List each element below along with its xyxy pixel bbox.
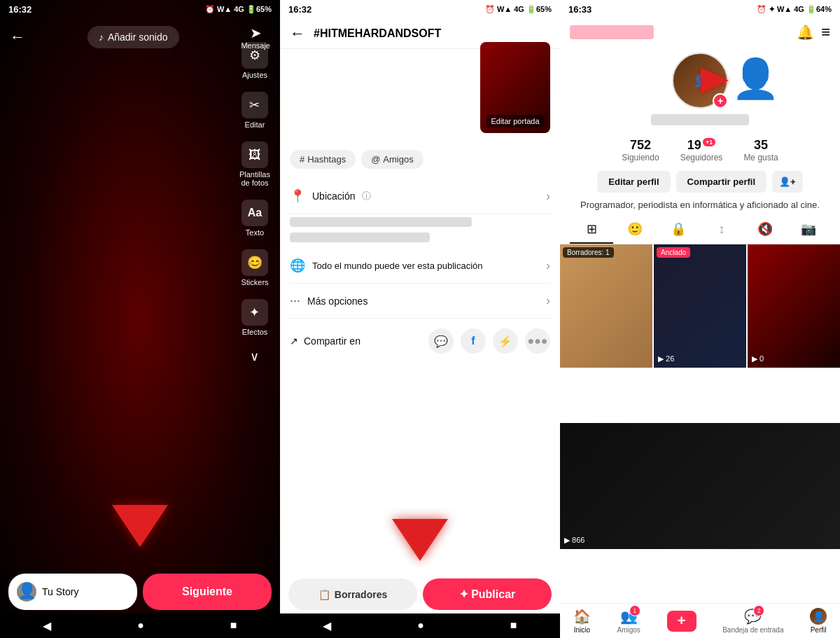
profile-header-icons: 🔔 ≡ bbox=[797, 23, 830, 41]
hashtags-chip[interactable]: # Hashtags bbox=[290, 150, 356, 169]
panel-2: 16:32 ⏰ W▲ 4G 🔋65% ← #HITMEHARDANDSOFT E… bbox=[280, 0, 560, 638]
tool-texto[interactable]: Aa Texto bbox=[241, 200, 268, 237]
add-story-button[interactable]: + bbox=[713, 93, 728, 109]
video-thumb-3[interactable]: ▶ 0 bbox=[748, 244, 840, 368]
perfil-label: Perfil bbox=[811, 626, 827, 634]
nav-create[interactable]: + bbox=[667, 611, 696, 632]
cover-thumbnail[interactable]: Editar portada bbox=[480, 42, 550, 133]
avatar-wrapper: 👤 + 👤 bbox=[672, 53, 728, 109]
status-icons-1: ⏰ W▲ 4G 🔋65% bbox=[205, 5, 272, 14]
profile-avatar-section: 👤 + 👤 bbox=[560, 46, 840, 134]
hashtag-title: #HITMEHARDANDSOFT bbox=[314, 27, 441, 40]
tab-likes[interactable]: 🙂 bbox=[613, 216, 657, 244]
tab-reposts[interactable]: ↕ bbox=[700, 216, 743, 244]
add-sound-button[interactable]: ♪ Añadir sonido bbox=[88, 26, 179, 48]
video-thumb-4[interactable]: ▶ 866 bbox=[560, 423, 840, 549]
mas-opciones-row[interactable]: ··· Más opciones › bbox=[290, 284, 550, 319]
share-profile-button[interactable]: Compartir perfil bbox=[676, 171, 767, 193]
top-bar-1: ← ♪ Añadir sonido ➤ Mensaje bbox=[0, 19, 280, 55]
video-thumb-1[interactable]: Borradores: 1 bbox=[560, 244, 652, 368]
play-count-2: ▶ 26 bbox=[658, 354, 674, 363]
profile-name-blurred bbox=[570, 25, 654, 39]
amigos-chip[interactable]: @ Amigos bbox=[361, 150, 424, 169]
whatsapp-share-button[interactable]: 💬 bbox=[428, 328, 454, 354]
tab-photos[interactable]: 📷 bbox=[787, 216, 830, 244]
tags-row: # Hashtags @ Amigos bbox=[290, 150, 550, 169]
facebook-share-button[interactable]: f bbox=[461, 328, 486, 354]
back-button-2[interactable]: ← bbox=[290, 25, 305, 43]
tab-sounds[interactable]: 🔇 bbox=[743, 216, 787, 244]
borradores-button[interactable]: 📋 Borradores bbox=[288, 578, 417, 610]
ubicacion-label: Ubicación bbox=[312, 190, 355, 202]
more-dots-icon: ··· bbox=[290, 293, 300, 308]
back-button-1[interactable]: ← bbox=[10, 28, 25, 46]
bandeja-badge: 2 bbox=[753, 605, 764, 616]
ubicacion-row[interactable]: 📍 Ubicación ⓘ › bbox=[290, 179, 550, 214]
time-2: 16:32 bbox=[288, 4, 312, 15]
profile-nav-icon: 👤 bbox=[810, 608, 827, 625]
status-icons-2: ⏰ W▲ 4G 🔋65% bbox=[485, 5, 552, 14]
red-arrow-right-icon bbox=[701, 68, 729, 93]
story-button[interactable]: 👤 Tu Story bbox=[8, 574, 137, 610]
edit-profile-label: Editar perfil bbox=[608, 176, 659, 187]
chevron-right-icon-3: › bbox=[546, 293, 550, 308]
share-icon: ↗ bbox=[290, 335, 298, 347]
arrow-down-indicator-2 bbox=[392, 519, 448, 561]
right-tools: ⚙ Ajustes ✂ Editar 🖼 Plantillasde fotos … bbox=[239, 42, 270, 364]
nav-bandeja[interactable]: 💬 2 Bandeja de entrada bbox=[722, 608, 783, 634]
videos-tab-icon: ⊞ bbox=[587, 221, 597, 237]
siguiente-button[interactable]: Siguiente bbox=[143, 574, 272, 610]
tab-private[interactable]: 🔒 bbox=[657, 216, 700, 244]
lock-tab-icon: 🔒 bbox=[671, 221, 686, 237]
nav-perfil[interactable]: 👤 Perfil bbox=[810, 608, 827, 634]
nav-amigos[interactable]: 👥 1 Amigos bbox=[617, 608, 640, 634]
story-label: Tu Story bbox=[42, 586, 78, 597]
draft-badge: Borradores: 1 bbox=[563, 247, 614, 258]
stats-row: 752 Siguiendo 19+1 Seguidores 35 Me gust… bbox=[560, 134, 840, 167]
add-friend-button[interactable]: 👤+ bbox=[772, 171, 803, 193]
tool-editar[interactable]: ✂ Editar bbox=[241, 92, 268, 129]
story-avatar: 👤 bbox=[17, 582, 36, 602]
tool-stickers[interactable]: 😊 Stickers bbox=[241, 249, 268, 286]
back-nav-button-1[interactable]: ◀ bbox=[43, 619, 51, 632]
tool-more[interactable]: ∨ bbox=[250, 349, 259, 364]
home-nav-button-1[interactable]: ● bbox=[137, 619, 144, 632]
tool-efectos[interactable]: ✦ Efectos bbox=[241, 299, 268, 336]
stickers-icon: 😊 bbox=[241, 249, 268, 276]
publicar-button[interactable]: ✦ Publicar bbox=[423, 578, 552, 610]
messenger-share-button[interactable]: ⚡ bbox=[493, 328, 518, 354]
followers-label: Seguidores bbox=[680, 153, 723, 162]
tool-plantillas[interactable]: 🖼 Plantillasde fotos bbox=[239, 141, 270, 187]
info-icon: ⓘ bbox=[362, 190, 371, 202]
play-count-4: ▶ 866 bbox=[564, 536, 584, 545]
profile-header: 🔔 ≡ bbox=[560, 19, 840, 46]
blurred-location-text-2 bbox=[290, 233, 430, 242]
story-pointer: 👤 bbox=[732, 60, 780, 98]
visibility-row[interactable]: 🌐 Todo el mundo puede ver esta publicaci… bbox=[290, 248, 550, 284]
tool-ajustes[interactable]: ⚙ Ajustes bbox=[241, 42, 268, 79]
video-thumb-2[interactable]: Anclado ▶ 26 bbox=[654, 244, 746, 368]
bottom-bar-2: 📋 Borradores ✦ Publicar bbox=[280, 578, 560, 610]
recent-nav-button-1[interactable]: ■ bbox=[230, 619, 237, 632]
plantillas-label: Plantillasde fotos bbox=[239, 170, 270, 187]
edit-profile-button[interactable]: Editar perfil bbox=[597, 171, 670, 193]
notification-icon[interactable]: 🔔 bbox=[797, 24, 814, 41]
create-button[interactable]: + bbox=[667, 611, 696, 632]
more-share-icon: ●●● bbox=[528, 335, 548, 347]
recent-nav-button-2[interactable]: ■ bbox=[510, 619, 517, 632]
video-grid: Borradores: 1 Anclado ▶ 26 ▶ 0 ▶ 866 bbox=[560, 244, 840, 603]
more-share-button[interactable]: ●●● bbox=[525, 328, 550, 354]
tab-videos[interactable]: ⊞ bbox=[570, 216, 613, 244]
likes-count: 35 bbox=[754, 138, 768, 153]
stickers-label: Stickers bbox=[241, 278, 268, 286]
home-nav-button-2[interactable]: ● bbox=[417, 619, 424, 632]
status-icons-3: ⏰ ✦ W▲ 4G 🔋64% bbox=[757, 5, 832, 14]
back-nav-button-2[interactable]: ◀ bbox=[323, 619, 331, 632]
menu-icon[interactable]: ≡ bbox=[821, 23, 830, 41]
amigos-badge: 1 bbox=[629, 605, 640, 616]
status-bar-2: 16:32 ⏰ W▲ 4G 🔋65% bbox=[280, 0, 560, 19]
emoji-tab-icon: 🙂 bbox=[627, 221, 643, 237]
username-blurred bbox=[651, 114, 749, 125]
pinned-badge: Anclado bbox=[657, 247, 690, 258]
nav-inicio[interactable]: 🏠 Inicio bbox=[573, 608, 591, 634]
